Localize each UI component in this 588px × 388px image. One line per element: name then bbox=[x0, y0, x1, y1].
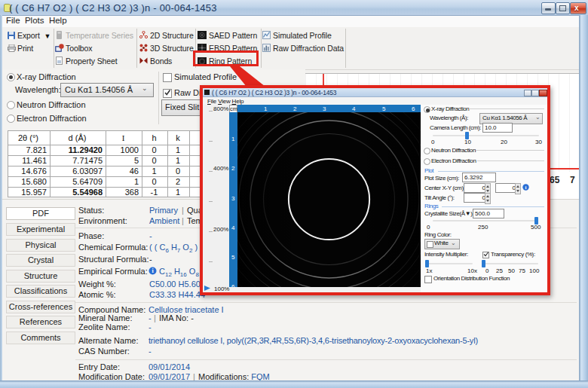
svg-text:i: i bbox=[525, 185, 527, 191]
